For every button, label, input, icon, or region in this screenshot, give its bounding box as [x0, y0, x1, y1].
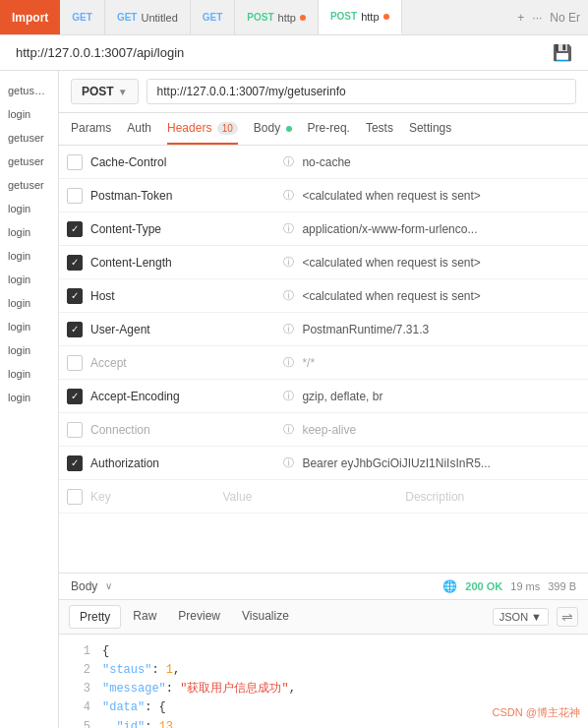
tab-prereq[interactable]: Pre-req.: [308, 113, 350, 145]
info-icon-2: ⓘ: [283, 221, 294, 236]
save-button[interactable]: 💾: [553, 43, 572, 62]
header-checkbox-3[interactable]: [67, 255, 83, 271]
tab-actions: + ··· No Er: [509, 11, 588, 25]
url-input[interactable]: [147, 79, 576, 104]
tab-settings[interactable]: Settings: [409, 113, 451, 145]
header-value-7: gzip, deflate, br: [302, 390, 580, 403]
method-label: POST: [82, 85, 114, 98]
tab-auth[interactable]: Auth: [127, 113, 151, 145]
header-key-placeholder[interactable]: Key: [90, 490, 207, 504]
tab-params[interactable]: Params: [71, 113, 111, 145]
header-desc-placeholder[interactable]: Description: [405, 490, 580, 504]
sidebar-item-7[interactable]: login: [0, 244, 58, 268]
format-tab-preview[interactable]: Preview: [168, 605, 230, 629]
format-type-select[interactable]: JSON ▼: [493, 608, 549, 626]
method-chevron: ▼: [118, 87, 128, 97]
body-right-controls: JSON ▼ ⇌: [493, 607, 578, 627]
header-checkbox-1[interactable]: [67, 188, 83, 204]
tab-headers[interactable]: Headers 10: [167, 113, 238, 145]
request-section: POST ▼: [59, 71, 588, 113]
sidebar-item-1[interactable]: login: [0, 102, 58, 126]
tab-tests[interactable]: Tests: [366, 113, 393, 145]
method-get1: GET: [72, 12, 92, 23]
table-row: Host ⓘ <calculated when request is sent>: [59, 279, 588, 313]
method-get3: GET: [203, 12, 223, 23]
sidebar-item-6[interactable]: login: [0, 220, 58, 244]
format-tab-pretty[interactable]: Pretty: [69, 605, 121, 629]
table-row: Content-Length ⓘ <calculated when reques…: [59, 246, 588, 279]
sidebar-item-0[interactable]: getuseri...: [0, 79, 58, 102]
info-icon-8: ⓘ: [283, 422, 294, 437]
tab-post2-dot: [383, 14, 389, 20]
globe-icon: 🌐: [442, 579, 457, 593]
header-checkbox-4[interactable]: [67, 288, 83, 304]
headers-badge: 10: [217, 122, 238, 135]
sidebar-item-2[interactable]: getuser: [0, 126, 58, 150]
sidebar-item-8[interactable]: login: [0, 268, 58, 291]
header-value-1: <calculated when request is sent>: [302, 189, 580, 203]
info-icon-6: ⓘ: [283, 355, 294, 370]
body-chevron-icon[interactable]: ∨: [105, 580, 112, 591]
header-value-placeholder[interactable]: Value: [223, 490, 398, 504]
code-content-5: "id": 13,: [102, 718, 180, 728]
wrap-button[interactable]: ⇌: [557, 607, 578, 627]
tab-get2-label: Untitled: [141, 12, 177, 24]
more-tabs-button[interactable]: ···: [532, 11, 542, 25]
sidebar-item-5[interactable]: login: [0, 197, 58, 220]
sidebar-item-9[interactable]: login: [0, 291, 58, 315]
format-tab-visualize[interactable]: Visualize: [232, 605, 299, 629]
method-get2: GET: [117, 12, 138, 23]
sidebar-item-12[interactable]: login: [0, 362, 58, 386]
header-checkbox-new[interactable]: [67, 489, 83, 505]
content-area: POST ▼ Params Auth Headers 10 Body: [59, 71, 588, 728]
line-num-1: 1: [71, 642, 90, 661]
header-key-4: Host: [90, 289, 275, 303]
sidebar-item-13[interactable]: login: [0, 386, 58, 409]
method-post2: POST: [330, 11, 357, 22]
tab-post1[interactable]: POST http: [235, 0, 319, 34]
sidebar-item-3[interactable]: getuser: [0, 150, 58, 173]
tab-get2[interactable]: GET Untitled: [105, 0, 191, 34]
headers-table: Cache-Control ⓘ no-cache Postman-Token ⓘ…: [59, 146, 588, 573]
tab-get3[interactable]: GET: [191, 0, 236, 34]
header-checkbox-9[interactable]: [67, 455, 83, 471]
header-key-8: Connection: [90, 423, 275, 437]
tab-import[interactable]: Import: [0, 0, 60, 34]
nav-tabs: Params Auth Headers 10 Body Pre-req. Tes…: [59, 113, 588, 146]
info-icon-9: ⓘ: [283, 455, 294, 470]
header-value-0: no-cache: [302, 155, 580, 169]
table-row: Cache-Control ⓘ no-cache: [59, 146, 588, 179]
tab-post2-label: http: [361, 11, 379, 23]
env-selector[interactable]: No Er: [550, 11, 580, 25]
body-toolbar: Pretty Raw Preview Visualize JSON ▼ ⇌: [59, 600, 588, 635]
info-icon-1: ⓘ: [283, 188, 294, 203]
header-checkbox-0[interactable]: [67, 154, 83, 170]
header-value-2: application/x-www-form-urlenco...: [302, 222, 580, 236]
add-tab-button[interactable]: +: [517, 11, 524, 25]
header-checkbox-5[interactable]: [67, 322, 83, 337]
tab-body[interactable]: Body: [254, 113, 292, 145]
header-key-9: Authorization: [90, 456, 275, 470]
sidebar-item-11[interactable]: login: [0, 338, 58, 362]
tab-post2[interactable]: POST http: [319, 0, 402, 34]
header-checkbox-7[interactable]: [67, 389, 83, 404]
code-content-3: "message": "获取用户信息成功",: [102, 680, 296, 698]
table-row: Authorization ⓘ Bearer eyJhbGciOiJIUzI1N…: [59, 447, 588, 480]
header-checkbox-6[interactable]: [67, 355, 83, 371]
header-checkbox-8[interactable]: [67, 422, 83, 438]
header-value-3: <calculated when request is sent>: [302, 256, 580, 270]
info-icon-4: ⓘ: [283, 288, 294, 303]
current-url: http://127.0.0.1:3007/api/login: [16, 45, 184, 60]
tab-get1[interactable]: GET: [60, 0, 105, 34]
sidebar-item-10[interactable]: login: [0, 315, 58, 338]
table-row: Postman-Token ⓘ <calculated when request…: [59, 179, 588, 212]
body-format-tabs: Pretty Raw Preview Visualize: [69, 605, 299, 629]
sidebar-item-4[interactable]: getuser: [0, 173, 58, 197]
header-key-3: Content-Length: [90, 256, 275, 270]
method-select[interactable]: POST ▼: [71, 79, 139, 104]
format-tab-raw[interactable]: Raw: [123, 605, 166, 629]
header-checkbox-2[interactable]: [67, 221, 83, 237]
table-row: Connection ⓘ keep-alive: [59, 413, 588, 447]
header-key-5: User-Agent: [90, 323, 275, 336]
header-key-2: Content-Type: [90, 222, 275, 236]
